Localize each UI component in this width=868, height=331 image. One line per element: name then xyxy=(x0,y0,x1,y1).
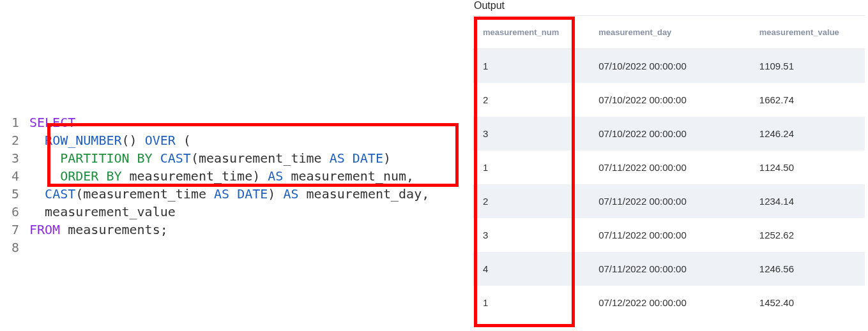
code-text: SELECT xyxy=(29,114,75,131)
cell-measurement-day: 07/12/2022 00:00:00 xyxy=(588,286,749,320)
cell-measurement-num: 1 xyxy=(473,49,588,84)
cell-measurement-num: 4 xyxy=(473,252,588,286)
line-number: 4 xyxy=(6,167,29,185)
results-table: measurement_num measurement_day measurem… xyxy=(473,15,865,320)
col-header-measurement-value: measurement_value xyxy=(749,16,865,49)
code-text: CAST(measurement_time AS DATE) AS measur… xyxy=(29,185,429,203)
code-line: 7FROM measurements; xyxy=(6,221,473,239)
code-text: PARTITION BY CAST(measurement_time AS DA… xyxy=(29,149,391,167)
col-header-measurement-num: measurement_num xyxy=(473,16,588,49)
code-text: measurement_value xyxy=(29,203,176,221)
cell-measurement-day: 07/11/2022 00:00:00 xyxy=(588,252,749,286)
code-line: 8 xyxy=(6,239,473,256)
line-number: 7 xyxy=(6,221,29,239)
table-row: 207/11/2022 00:00:001234.14 xyxy=(473,184,865,218)
table-row: 107/12/2022 00:00:001452.40 xyxy=(473,286,865,320)
cell-measurement-day: 07/11/2022 00:00:00 xyxy=(588,184,749,218)
line-number: 1 xyxy=(6,114,29,131)
cell-measurement-num: 2 xyxy=(473,83,588,117)
table-header-row: measurement_num measurement_day measurem… xyxy=(473,16,865,49)
cell-measurement-value: 1234.14 xyxy=(749,184,865,218)
cell-measurement-day: 07/10/2022 00:00:00 xyxy=(588,117,749,151)
cell-measurement-num: 3 xyxy=(473,218,588,252)
cell-measurement-value: 1246.56 xyxy=(749,252,865,286)
cell-measurement-day: 07/10/2022 00:00:00 xyxy=(588,83,749,117)
cell-measurement-num: 3 xyxy=(473,117,588,151)
code-line: 3 PARTITION BY CAST(measurement_time AS … xyxy=(6,149,473,167)
code-text: ORDER BY measurement_time) AS measuremen… xyxy=(29,167,414,185)
line-number: 6 xyxy=(6,203,29,221)
line-number: 8 xyxy=(6,239,29,256)
code-line: 4 ORDER BY measurement_time) AS measurem… xyxy=(6,167,473,185)
cell-measurement-num: 1 xyxy=(473,286,588,320)
cell-measurement-value: 1124.50 xyxy=(749,151,865,184)
code-line: 5 CAST(measurement_time AS DATE) AS meas… xyxy=(6,185,473,203)
col-header-measurement-day: measurement_day xyxy=(588,16,749,49)
code-editor[interactable]: 1SELECT2 ROW_NUMBER() OVER (3 PARTITION … xyxy=(6,114,473,256)
cell-measurement-value: 1452.40 xyxy=(749,286,865,320)
cell-measurement-value: 1662.74 xyxy=(749,83,865,117)
cell-measurement-day: 07/10/2022 00:00:00 xyxy=(588,49,749,84)
code-panel: 1SELECT2 ROW_NUMBER() OVER (3 PARTITION … xyxy=(0,0,473,331)
code-line: 1SELECT xyxy=(6,114,473,131)
cell-measurement-day: 07/11/2022 00:00:00 xyxy=(588,218,749,252)
cell-measurement-value: 1246.24 xyxy=(749,117,865,151)
output-panel: Output measurement_num measurement_day m… xyxy=(473,0,868,331)
table-row: 207/10/2022 00:00:001662.74 xyxy=(473,83,865,117)
code-line: 6 measurement_value xyxy=(6,203,473,221)
table-row: 107/11/2022 00:00:001124.50 xyxy=(473,151,865,184)
table-row: 107/10/2022 00:00:001109.51 xyxy=(473,49,865,84)
code-line: 2 ROW_NUMBER() OVER ( xyxy=(6,131,473,149)
code-text: ROW_NUMBER() OVER ( xyxy=(29,131,191,149)
table-row: 307/11/2022 00:00:001252.62 xyxy=(473,218,865,252)
line-number: 5 xyxy=(6,185,29,203)
table-row: 407/11/2022 00:00:001246.56 xyxy=(473,252,865,286)
table-row: 307/10/2022 00:00:001246.24 xyxy=(473,117,865,151)
cell-measurement-value: 1252.62 xyxy=(749,218,865,252)
line-number: 3 xyxy=(6,149,29,167)
code-text: FROM measurements; xyxy=(29,221,168,239)
cell-measurement-num: 2 xyxy=(473,184,588,218)
output-title: Output xyxy=(474,0,868,11)
line-number: 2 xyxy=(6,131,29,149)
cell-measurement-value: 1109.51 xyxy=(749,49,865,84)
cell-measurement-num: 1 xyxy=(473,151,588,184)
cell-measurement-day: 07/11/2022 00:00:00 xyxy=(588,151,749,184)
